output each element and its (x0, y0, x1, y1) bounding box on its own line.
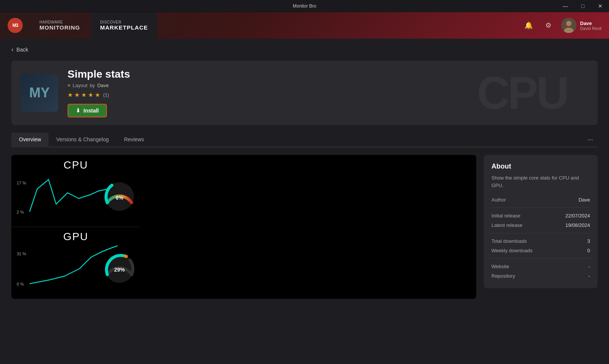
back-button[interactable]: ‹ Back (11, 46, 28, 53)
back-chevron-icon: ‹ (11, 46, 13, 53)
tab-marketplace-sub: Discover (100, 20, 121, 24)
more-options-button[interactable]: ··· (583, 133, 598, 146)
tab-monitoring-main: MONITORING (39, 24, 80, 31)
tab-marketplace-main: MARKETPLACE (100, 24, 148, 31)
user-info: Dave David Riedl (580, 20, 601, 31)
main-nav: Hardware MONITORING Discover MARKETPLACE (30, 12, 157, 39)
about-title: About (491, 162, 590, 170)
window-title: Monitor Bro (293, 3, 316, 9)
plugin-stars: ★ ★ ★ ★ ★ (1) (67, 91, 589, 98)
notification-button[interactable]: 🔔 (522, 19, 535, 32)
plugin-thumbnail-text: MY (29, 85, 50, 101)
about-row-weekly-downloads: Weekly downloads 0 (491, 246, 590, 255)
about-row-latest-release: Latest release 19/08/2024 (491, 220, 590, 230)
about-label-initial-release: Initial release (491, 213, 521, 219)
svg-text:CPU: CPU (63, 159, 88, 171)
by-label: by (90, 83, 95, 88)
close-button[interactable]: ✕ (592, 0, 609, 12)
divider-1 (491, 208, 590, 208)
user-name: Dave (580, 20, 601, 26)
tab-reviews-label: Reviews (124, 136, 144, 142)
svg-point-1 (566, 21, 571, 26)
install-button[interactable]: ⬇ Install (67, 104, 107, 117)
content-body: CPU 17 % 2 % (11, 155, 598, 299)
tab-monitoring-sub: Hardware (39, 20, 63, 24)
about-value-latest-release: 19/08/2024 (565, 222, 590, 228)
svg-text:29%: 29% (114, 267, 125, 273)
star-1: ★ (67, 91, 73, 98)
user-email: David Riedl (580, 26, 601, 31)
type-label: Layout (73, 83, 88, 88)
maximize-button[interactable]: □ (574, 0, 592, 12)
about-description: Show the simple core stats for CPU and G… (491, 174, 590, 189)
tab-reviews[interactable]: Reviews (116, 133, 152, 147)
about-value-repository: - (589, 273, 590, 279)
about-sidebar: About Show the simple core stats for CPU… (484, 155, 598, 299)
about-label-repository: Repository (491, 273, 515, 279)
settings-button[interactable]: ⚙ (542, 19, 555, 32)
about-panel: About Show the simple core stats for CPU… (484, 155, 598, 288)
star-2: ★ (74, 91, 80, 98)
about-value-weekly-downloads: 0 (587, 248, 590, 253)
tab-overview-label: Overview (19, 136, 41, 142)
about-label-author: Author (491, 197, 506, 203)
app-header: M3 Hardware MONITORING Discover MARKETPL… (0, 12, 609, 39)
plugin-info: Simple stats ≡ Layout by Dave ★ ★ ★ ★ ★ … (67, 68, 589, 117)
layout-icon: ≡ (67, 83, 71, 88)
about-row-initial-release: Initial release 22/07/2024 (491, 211, 590, 220)
plugin-author: Dave (97, 83, 108, 88)
about-row-author: Author Dave (491, 195, 590, 205)
svg-text:0 %: 0 % (17, 282, 24, 286)
star-5: ★ (95, 91, 100, 98)
install-label: Install (83, 108, 99, 114)
svg-text:17 %: 17 % (17, 181, 26, 185)
main-content: ‹ Back CPU MY Simple stats ≡ Layout by D… (0, 39, 609, 364)
preview-container: CPU 17 % 2 % (11, 155, 476, 299)
content-tabs: Overview Versions & Changelog Reviews ··… (11, 133, 598, 147)
preview-section: CPU 17 % 2 % (11, 155, 476, 299)
about-value-author: Dave (579, 197, 590, 203)
star-3: ★ (81, 91, 86, 98)
about-value-initial-release: 22/07/2024 (565, 213, 590, 219)
about-label-website: Website (491, 264, 509, 269)
gear-icon: ⚙ (545, 21, 551, 30)
tab-overview[interactable]: Overview (11, 133, 49, 147)
about-row-total-downloads: Total downloads 3 (491, 236, 590, 246)
plugin-title: Simple stats (67, 68, 589, 80)
tab-marketplace[interactable]: Discover MARKETPLACE (91, 12, 157, 39)
header-right: 🔔 ⚙ Dave David Riedl (522, 18, 609, 33)
about-row-website: Website - (491, 262, 590, 271)
avatar (561, 18, 576, 33)
tab-versions-label: Versions & Changelog (56, 136, 109, 142)
logo: M3 (8, 18, 23, 33)
about-label-weekly-downloads: Weekly downloads (491, 248, 532, 253)
user-area[interactable]: Dave David Riedl (561, 18, 601, 33)
plugin-thumbnail: MY (20, 74, 58, 112)
about-label-latest-release: Latest release (491, 222, 523, 228)
download-icon: ⬇ (76, 108, 80, 114)
about-label-total-downloads: Total downloads (491, 238, 527, 244)
back-label: Back (16, 47, 28, 53)
bell-icon: 🔔 (524, 21, 533, 30)
tab-monitoring[interactable]: Hardware MONITORING (30, 12, 91, 39)
svg-text:GPU: GPU (63, 231, 89, 242)
tab-versions[interactable]: Versions & Changelog (49, 133, 116, 147)
about-row-repository: Repository - (491, 271, 590, 281)
plugin-type: ≡ Layout by Dave (67, 83, 589, 88)
star-4: ★ (88, 91, 93, 98)
about-value-total-downloads: 3 (587, 238, 590, 244)
divider-3 (491, 258, 590, 259)
about-value-website: - (589, 264, 590, 269)
title-bar: Monitor Bro — □ ✕ (0, 0, 609, 12)
divider-2 (491, 233, 590, 233)
plugin-header: CPU MY Simple stats ≡ Layout by Dave ★ ★… (11, 61, 598, 125)
svg-text:6%: 6% (116, 195, 124, 201)
svg-text:31 %: 31 % (17, 252, 26, 256)
window-controls: — □ ✕ (557, 0, 609, 12)
minimize-button[interactable]: — (557, 0, 574, 12)
logo-area: M3 (0, 18, 30, 33)
rating-count: (1) (103, 92, 109, 98)
svg-text:2 %: 2 % (17, 210, 24, 214)
